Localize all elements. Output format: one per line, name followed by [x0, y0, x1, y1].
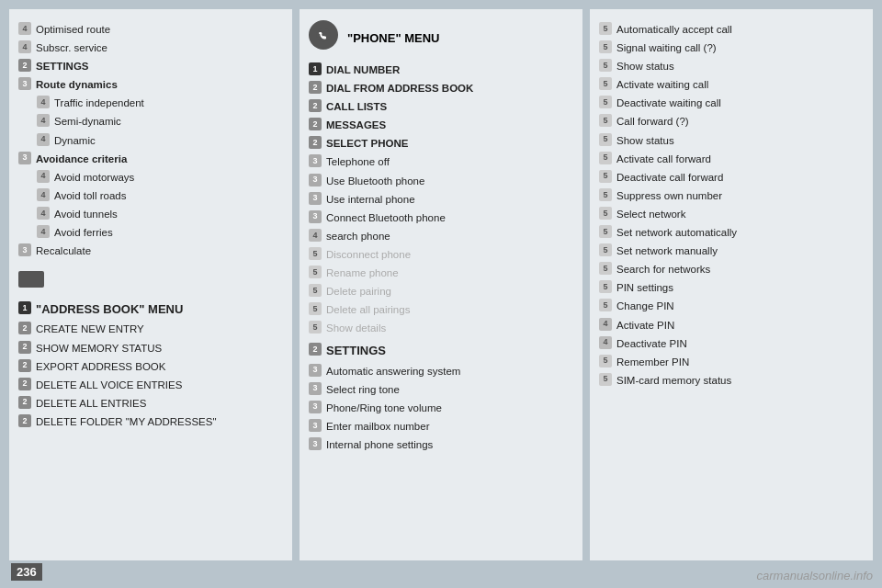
- item-text: Activate call forward: [616, 152, 711, 166]
- list-item: 5Automatically accept call: [599, 20, 864, 39]
- item-text: Set network automatically: [616, 225, 737, 240]
- item-text: SELECT PHONE: [326, 136, 408, 151]
- phone-icon: [309, 20, 338, 50]
- item-text: Route dynamics: [36, 77, 118, 92]
- item-text: Deactivate PIN: [616, 336, 687, 351]
- item-text: Avoid tunnels: [54, 207, 118, 221]
- item-text: Internal phone settings: [326, 437, 433, 452]
- item-text: Disconnect phone: [326, 247, 411, 262]
- list-item: 2DELETE FOLDER "MY ADDRESSES": [18, 413, 283, 431]
- item-text: PIN settings: [616, 280, 673, 295]
- item-text: DIAL NUMBER: [326, 62, 400, 77]
- list-item: 5Activate call forward: [599, 150, 864, 168]
- item-text: Rename phone: [326, 266, 399, 280]
- item-text: SETTINGS: [36, 59, 89, 74]
- list-item: 2DIAL FROM ADDRESS BOOK: [309, 79, 573, 97]
- list-item: 5Change PIN: [599, 297, 864, 315]
- item-text: Select ring tone: [326, 382, 400, 397]
- item-text: Delete pairing: [326, 284, 391, 299]
- item-text: Traffic independent: [54, 96, 144, 110]
- list-item: 5Show status: [599, 57, 864, 75]
- list-item: 4Avoid tunnels: [18, 205, 283, 223]
- nav-items: 4Optimised route4Subscr. service2SETTING…: [18, 20, 283, 260]
- item-text: Semi-dynamic: [54, 114, 121, 129]
- settings-items: 3Automatic answering system3Select ring …: [309, 362, 573, 454]
- list-item: 4Optimised route: [18, 20, 283, 39]
- list-item: 5Deactivate waiting call: [599, 94, 864, 112]
- list-item: 2CREATE NEW ENTRY: [18, 320, 283, 338]
- list-item: 3Connect Bluetooth phone: [309, 209, 573, 227]
- list-item: 4search phone: [309, 227, 573, 245]
- list-item: 5Activate waiting call: [599, 75, 864, 94]
- item-text: Show details: [326, 321, 386, 335]
- panel-navigation: 4Optimised route4Subscr. service2SETTING…: [9, 9, 292, 560]
- list-item: 5PIN settings: [599, 278, 864, 297]
- list-item: 3Route dynamics: [18, 75, 283, 94]
- item-text: Show status: [616, 133, 674, 148]
- item-text: search phone: [326, 229, 390, 243]
- item-text: Enter mailbox number: [326, 419, 430, 434]
- list-item: 2DELETE ALL VOICE ENTRIES: [18, 376, 283, 394]
- item-text: Search for networks: [616, 262, 710, 277]
- list-item: 4Traffic independent: [18, 94, 283, 112]
- list-item: 5Set network automatically: [599, 223, 864, 242]
- list-item: 4Subscr. service: [18, 39, 283, 57]
- list-item: 2CALL LISTS: [309, 97, 573, 116]
- list-item: 4Avoid toll roads: [18, 187, 283, 205]
- list-item: 2DELETE ALL ENTRIES: [18, 394, 283, 413]
- phone-settings-items: 5Automatically accept call5Signal waitin…: [599, 20, 864, 390]
- item-text: EXPORT ADDRESS BOOK: [36, 359, 165, 374]
- list-item: 4Semi-dynamic: [18, 112, 283, 130]
- item-text: Signal waiting call (?): [616, 40, 717, 55]
- list-item: 5Rename phone: [309, 264, 573, 282]
- list-item: 3Select ring tone: [309, 380, 573, 399]
- section-icon: [18, 271, 44, 288]
- item-text: Deactivate call forward: [616, 170, 723, 185]
- list-item: 5Select network: [599, 205, 864, 223]
- svg-point-0: [317, 28, 331, 42]
- item-text: Activate waiting call: [616, 77, 708, 92]
- item-text: Set network manually: [616, 243, 718, 258]
- list-item: 5Deactivate call forward: [599, 168, 864, 187]
- item-text: Call forward (?): [616, 114, 689, 129]
- list-item: 5Call forward (?): [599, 112, 864, 130]
- list-item: 5SIM-card memory status: [599, 371, 864, 390]
- list-item: 4Dynamic: [18, 131, 283, 150]
- list-item: 5Show status: [599, 131, 864, 150]
- item-text: DELETE ALL VOICE ENTRIES: [36, 378, 182, 392]
- item-text: Deactivate waiting call: [616, 96, 721, 110]
- list-item: 5Disconnect phone: [309, 245, 573, 264]
- item-text: Avoid ferries: [54, 225, 113, 240]
- list-item: 2SHOW MEMORY STATUS: [18, 339, 283, 357]
- item-text: Suppress own number: [616, 188, 722, 203]
- list-item: 4Activate PIN: [599, 316, 864, 334]
- item-text: Connect Bluetooth phone: [326, 210, 446, 225]
- phone-menu-header: "PHONE" MENU: [347, 31, 439, 45]
- list-item: 3Phone/Ring tone volume: [309, 399, 573, 417]
- list-item: 3Automatic answering system: [309, 362, 573, 380]
- phone-menu-items: 1DIAL NUMBER2DIAL FROM ADDRESS BOOK2CALL…: [309, 61, 573, 337]
- item-text: Avoid toll roads: [54, 188, 126, 203]
- item-text: Telephone off: [326, 154, 390, 169]
- list-item: 3Telephone off: [309, 153, 573, 171]
- item-text: DELETE FOLDER "MY ADDRESSES": [36, 414, 216, 429]
- item-text: CALL LISTS: [326, 99, 387, 114]
- item-text: Optimised route: [36, 22, 110, 37]
- list-item: 5Delete pairing: [309, 282, 573, 300]
- item-text: MESSAGES: [326, 118, 386, 132]
- address-book-items: 2CREATE NEW ENTRY2SHOW MEMORY STATUS2EXP…: [18, 320, 283, 431]
- page-number: 236: [11, 563, 42, 581]
- list-item: 4Deactivate PIN: [599, 334, 864, 353]
- item-text: Avoid motorways: [54, 170, 134, 185]
- list-item: 2MESSAGES: [309, 116, 573, 134]
- list-item: 5Suppress own number: [599, 187, 864, 205]
- list-item: 3Recalculate: [18, 242, 283, 260]
- item-text: Recalculate: [36, 243, 91, 258]
- panel-phone: "PHONE" MENU 1DIAL NUMBER2DIAL FROM ADDR…: [300, 9, 582, 560]
- list-item: 3Enter mailbox number: [309, 417, 573, 435]
- list-item: 5Delete all pairings: [309, 300, 573, 319]
- list-item: 3Use internal phone: [309, 190, 573, 209]
- item-text: Subscr. service: [36, 40, 107, 55]
- list-item: 3Use Bluetooth phone: [309, 172, 573, 190]
- list-item: 2SELECT PHONE: [309, 134, 573, 153]
